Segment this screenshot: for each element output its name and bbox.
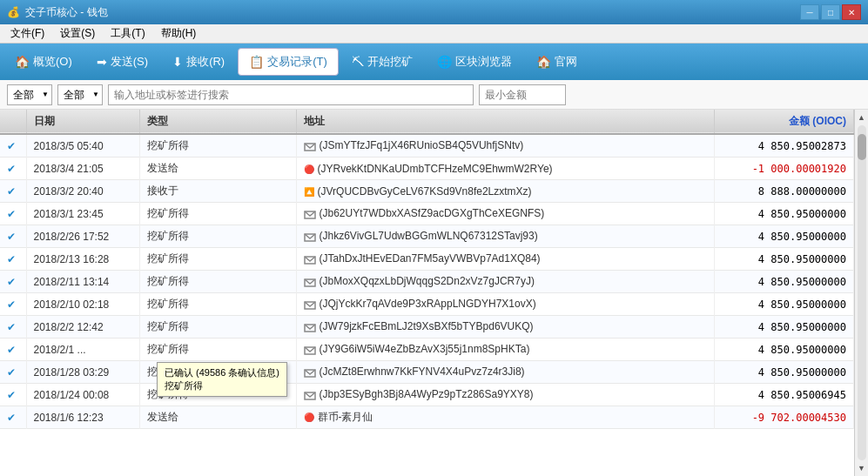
nav-overview-label: 概览(O) bbox=[33, 54, 72, 70]
row-amount: -9 702.00004530 bbox=[715, 406, 854, 429]
transactions-table: 日期 类型 地址 金额 (OIOC) ✔2018/3/5 05:40挖矿所得(J… bbox=[0, 110, 854, 429]
row-date: 2018/1/24 00:08 bbox=[26, 384, 139, 406]
menu-file[interactable]: 文件(F) bbox=[3, 24, 51, 43]
home-icon: 🏠 bbox=[15, 55, 30, 69]
row-address: (JW79jzkFcEBmLJ2t9XsBXf5bTYBpd6VUKQ) bbox=[296, 316, 715, 339]
nav-website[interactable]: 🏠 官网 bbox=[525, 48, 589, 76]
tooltip-box: 已确认 (49586 条确认信息) 挖矿所得 bbox=[157, 362, 287, 397]
table-row[interactable]: ✔2018/2/26 17:52挖矿所得(Jhkz6VivGL7UdwBGGmW… bbox=[0, 225, 854, 248]
row-type: 挖矿所得 bbox=[139, 248, 296, 271]
row-address: (Jhkz6VivGL7UdwBGGmWLNQ67312STavj93) bbox=[296, 225, 715, 248]
row-date: 2018/2/10 02:18 bbox=[26, 293, 139, 316]
nav-transactions-label: 交易记录(T) bbox=[267, 54, 327, 70]
minimize-button[interactable]: ─ bbox=[800, 4, 819, 20]
address-icon: 🔼 bbox=[304, 187, 314, 197]
nav-receive[interactable]: ⬇ 接收(R) bbox=[161, 48, 236, 76]
check-mark: ✔ bbox=[7, 276, 16, 288]
check-mark: ✔ bbox=[7, 231, 16, 243]
check-mark: ✔ bbox=[7, 389, 16, 401]
website-icon: 🏠 bbox=[536, 55, 551, 69]
address-icon: 🔴 bbox=[304, 412, 314, 422]
address-icon bbox=[304, 344, 316, 354]
row-type: 挖矿所得 bbox=[139, 271, 296, 293]
check-mark: ✔ bbox=[7, 163, 16, 175]
row-date: 2018/1/28 03:29 bbox=[26, 361, 139, 384]
check-mark: ✔ bbox=[7, 321, 16, 333]
row-type: 挖矿所得 bbox=[139, 225, 296, 248]
receive-icon: ⬇ bbox=[172, 55, 183, 69]
table-body: ✔2018/3/5 05:40挖矿所得(JSmYTfzJFq1jX46RUnio… bbox=[0, 134, 854, 429]
nav-transactions[interactable]: 📋 交易记录(T) bbox=[238, 48, 339, 76]
row-date: 2018/2/11 13:14 bbox=[26, 271, 139, 293]
nav-receive-label: 接收(R) bbox=[186, 54, 225, 70]
row-address: 🔴群币-素月仙 bbox=[296, 406, 715, 429]
row-check-icon: ✔ bbox=[0, 248, 26, 271]
menu-tools[interactable]: 工具(T) bbox=[104, 24, 151, 43]
address-icon bbox=[304, 389, 316, 399]
scroll-up-arrow[interactable]: ▲ bbox=[856, 111, 867, 124]
mining-icon: ⛏ bbox=[352, 55, 364, 69]
table-row[interactable]: ✔2018/3/5 05:40挖矿所得(JSmYTfzJFq1jX46RUnio… bbox=[0, 134, 854, 158]
table-row[interactable]: ✔2018/2/1 ...挖矿所得(JY9G6iW5iW4eZbBzAvX3j5… bbox=[0, 339, 854, 361]
row-amount: 4 850.95000000 bbox=[715, 361, 854, 384]
row-type: 发送给 bbox=[139, 406, 296, 429]
table-row[interactable]: ✔2018/1/6 12:23发送给🔴群币-素月仙-9 702.00004530 bbox=[0, 406, 854, 429]
address-icon bbox=[304, 366, 316, 377]
filter-bar: 全部 全部 bbox=[0, 80, 868, 110]
nav-website-label: 官网 bbox=[555, 54, 577, 70]
check-mark: ✔ bbox=[7, 366, 16, 379]
row-type: 挖矿所得 bbox=[139, 203, 296, 225]
check-mark: ✔ bbox=[7, 253, 16, 265]
main-area: 日期 类型 地址 金额 (OIOC) ✔2018/3/5 05:40挖矿所得(J… bbox=[0, 110, 868, 476]
menu-help[interactable]: 帮助(H) bbox=[154, 24, 204, 43]
search-input[interactable] bbox=[108, 84, 474, 105]
table-row[interactable]: ✔2018/2/2 12:42挖矿所得(JW79jzkFcEBmLJ2t9XsB… bbox=[0, 316, 854, 339]
send-icon: ➡ bbox=[97, 55, 107, 69]
scrollbar[interactable]: ▲ ▼ bbox=[854, 110, 868, 476]
table-row[interactable]: ✔2018/3/4 21:05发送给🔴(JYRvekKtDNKaUDmbTCFH… bbox=[0, 158, 854, 180]
filter2-select[interactable]: 全部 bbox=[57, 84, 103, 105]
table-row[interactable]: ✔2018/1/28 03:29挖矿所得(JcMZt8Erwhnw7KkFYNV… bbox=[0, 361, 854, 384]
scroll-thumb[interactable] bbox=[858, 134, 866, 160]
row-amount: 4 850.95002873 bbox=[715, 134, 854, 158]
explorer-icon: 🌐 bbox=[437, 55, 452, 69]
address-icon bbox=[304, 231, 316, 241]
row-amount: 4 850.95000000 bbox=[715, 271, 854, 293]
table-row[interactable]: ✔2018/2/11 13:14挖矿所得(JbMoxXQqzxLbDjWqqgS… bbox=[0, 271, 854, 293]
row-date: 2018/2/2 12:42 bbox=[26, 316, 139, 339]
row-check-icon: ✔ bbox=[0, 384, 26, 406]
address-icon bbox=[304, 253, 316, 264]
nav-overview[interactable]: 🏠 概览(O) bbox=[3, 48, 84, 76]
row-amount: 4 850.95000000 bbox=[715, 316, 854, 339]
nav-mining-label: 开始挖矿 bbox=[367, 54, 413, 70]
tooltip-line2: 挖矿所得 bbox=[165, 379, 279, 392]
row-type: 挖矿所得 bbox=[139, 339, 296, 361]
row-amount: 4 850.95006945 bbox=[715, 384, 854, 406]
nav-mining[interactable]: ⛏ 开始挖矿 bbox=[340, 48, 424, 76]
maximize-button[interactable]: □ bbox=[821, 4, 840, 20]
table-row[interactable]: ✔2018/2/10 02:18挖矿所得(JQjYckKr7qAVde9P3xR… bbox=[0, 293, 854, 316]
close-button[interactable]: ✕ bbox=[842, 4, 861, 20]
row-check-icon: ✔ bbox=[0, 406, 26, 429]
table-row[interactable]: ✔2018/1/24 00:08挖矿所得(Jbp3ESyBgh3Bj8A4WyP… bbox=[0, 384, 854, 406]
filter1-select[interactable]: 全部 bbox=[7, 84, 52, 105]
check-mark: ✔ bbox=[7, 140, 16, 152]
row-type: 接收于 bbox=[139, 180, 296, 203]
min-amount-input[interactable] bbox=[479, 84, 566, 105]
row-amount: 4 850.95000000 bbox=[715, 339, 854, 361]
scroll-track[interactable] bbox=[858, 125, 866, 460]
table-header-row: 日期 类型 地址 金额 (OIOC) bbox=[0, 110, 854, 134]
address-icon bbox=[304, 276, 316, 286]
row-date: 2018/1/6 12:23 bbox=[26, 406, 139, 429]
title-bar: 💰 交子币核心 - 钱包 ─ □ ✕ bbox=[0, 0, 868, 24]
table-row[interactable]: ✔2018/3/2 20:40接收于🔼(JVrQUCDBvGyCeLV67KSd… bbox=[0, 180, 854, 203]
table-row[interactable]: ✔2018/3/1 23:45挖矿所得(Jb62UYt7WDbxXASfZ9ac… bbox=[0, 203, 854, 225]
row-date: 2018/2/13 16:28 bbox=[26, 248, 139, 271]
check-mark: ✔ bbox=[7, 208, 16, 220]
menu-bar: 文件(F) 设置(S) 工具(T) 帮助(H) bbox=[0, 24, 868, 44]
menu-settings[interactable]: 设置(S) bbox=[53, 24, 102, 43]
nav-explorer[interactable]: 🌐 区块浏览器 bbox=[426, 48, 523, 76]
nav-send[interactable]: ➡ 发送(S) bbox=[85, 48, 159, 76]
table-row[interactable]: ✔2018/2/13 16:28挖矿所得(JTahDxJtHEvEDan7FM5… bbox=[0, 248, 854, 271]
scroll-down-arrow[interactable]: ▼ bbox=[856, 462, 867, 474]
